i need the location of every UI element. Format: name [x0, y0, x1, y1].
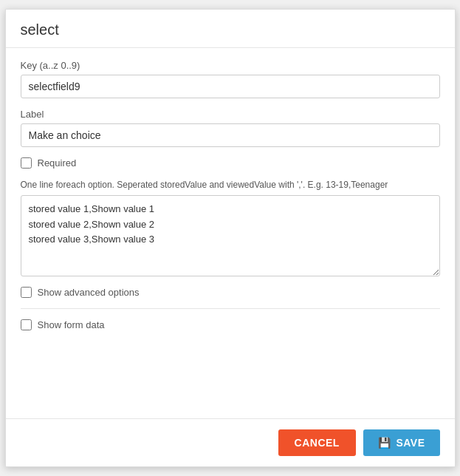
form-data-row: Show form data — [21, 319, 440, 330]
options-textarea[interactable]: stored value 1,Shown value 1 stored valu… — [21, 195, 440, 276]
form-data-checkbox[interactable] — [21, 319, 32, 330]
advanced-options-label[interactable]: Show advanced options — [38, 287, 140, 298]
modal-body: Key (a..z 0..9) Label Required One line … — [6, 48, 455, 418]
required-checkbox[interactable] — [21, 157, 32, 169]
required-label[interactable]: Required — [38, 157, 77, 169]
modal-container: select Key (a..z 0..9) Label Required On… — [5, 9, 456, 467]
cancel-button[interactable]: CANCEL — [278, 429, 356, 456]
label-input[interactable] — [21, 123, 440, 147]
modal-footer: CANCEL 💾 SAVE — [6, 418, 455, 466]
advanced-options-row: Show advanced options — [21, 287, 440, 298]
key-label: Key (a..z 0..9) — [21, 60, 440, 71]
key-input[interactable] — [21, 75, 440, 98]
key-field-group: Key (a..z 0..9) — [21, 60, 440, 98]
label-label: Label — [21, 109, 440, 120]
advanced-options-checkbox[interactable] — [21, 287, 32, 298]
label-field-group: Label — [21, 109, 440, 147]
options-hint: One line foreach option. Seperated store… — [21, 179, 440, 191]
required-checkbox-row: Required — [21, 157, 440, 169]
form-data-label[interactable]: Show form data — [38, 319, 105, 330]
save-label: SAVE — [396, 437, 425, 449]
divider — [21, 308, 440, 309]
options-group: One line foreach option. Seperated store… — [21, 179, 440, 276]
modal-title: select — [21, 21, 440, 38]
save-button[interactable]: 💾 SAVE — [363, 429, 440, 456]
save-icon: 💾 — [378, 437, 391, 449]
modal-header: select — [6, 10, 455, 48]
